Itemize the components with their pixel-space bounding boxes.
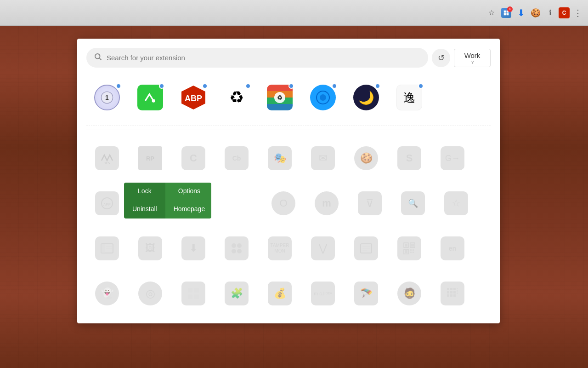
svg-point-9 [152,99,155,103]
svg-rect-57 [453,294,456,297]
wysiwyg-icon [137,85,163,110]
active-extensions-row: 1 [86,77,491,126]
s-icon: S [397,146,421,170]
svg-rect-3 [507,13,509,15]
reset-button[interactable]: ↺ [432,49,450,67]
svg-rect-48 [194,294,199,299]
ext-item-dots[interactable] [216,228,257,269]
bookmark-icon[interactable]: ☆ [485,6,498,19]
svg-rect-41 [410,249,412,251]
ext-item-tamper[interactable]: TAMPERMON [259,228,300,269]
1password-icon: 1 [94,85,120,110]
ext-item-chinese[interactable]: 逸 [389,77,430,118]
work-filter-button[interactable]: Work ∨ [454,49,491,67]
ext-item-vue[interactable]: ⋁ [302,228,344,269]
svg-rect-24 [101,244,105,253]
svg-point-28 [237,243,242,248]
ext-item-gray-m[interactable]: m [306,183,347,224]
svg-rect-52 [447,291,449,293]
parachute-icon: 🪂 [354,282,378,305]
svg-rect-38 [411,244,414,247]
ext-item-gray-git[interactable]: APP [86,183,128,224]
ext-item-parachute[interactable]: 🪂 [345,273,387,314]
work-label: Work [464,52,481,59]
download-icon[interactable]: ⬇ [514,6,527,19]
extension-manager-button[interactable]: 1 [500,6,513,19]
ext-item-gray-wave[interactable]: DEV [86,138,128,179]
ext-item-grid[interactable] [432,273,473,314]
funnel-icon: ⊽ [358,191,382,215]
ext-item-circle[interactable]: ◎ [130,273,171,314]
ext-item-gray-mail[interactable]: ✉ [302,138,344,179]
ext-item-ghost[interactable]: 👻 [86,273,128,314]
info-icon[interactable]: ℹ [544,6,557,19]
moneybag-icon: 💰 [268,282,292,305]
ext-item-sidebar[interactable] [86,228,128,269]
gray-row-1: DEV RP C Cb 🎭 ✉ 🍪 S [86,138,491,179]
ext-item-gray-rp[interactable]: RP [130,138,171,179]
svg-rect-45 [188,288,192,293]
svg-point-27 [232,243,236,248]
svg-rect-40 [405,250,407,253]
ext-item-moneybag[interactable]: 💰 [259,273,300,314]
svg-point-4 [95,54,100,59]
search-area: ↺ Work ∨ [86,48,491,68]
ext-item-squares[interactable] [173,273,214,314]
sidebar-icon [95,236,119,260]
ext-item-darkmode[interactable]: 🌙 [345,77,387,118]
ext-item-face[interactable]: 🧔 [389,273,430,314]
search-input[interactable] [107,54,421,62]
cookie-icon[interactable]: 🍪 [529,6,542,19]
ext-item-recycle[interactable]: ♻ [216,77,257,118]
dots-icon [225,236,249,260]
ext-item-gray-cookie[interactable]: 🍪 [345,138,387,179]
ext-item-mercury[interactable] [302,77,344,118]
star-box-icon: ☆ [444,191,468,215]
ext-item-gray-translate[interactable]: G→ [432,138,473,179]
svg-rect-54 [453,291,456,293]
ext-item-pocket[interactable]: ⬇ [173,228,214,269]
ext-item-en[interactable]: en [432,228,473,269]
ext-item-qr[interactable] [389,228,430,269]
ext-item-puzzle[interactable]: 🧩 [216,273,257,314]
qr-icon [397,236,421,260]
vue-icon: ⋁ [311,236,335,260]
ext-item-wysiwyg[interactable] [130,77,171,118]
ext-item-gray-funnel[interactable]: ⊽ [349,183,390,224]
svg-text:♻: ♻ [277,94,283,101]
active-indicator [116,83,121,89]
ext-item-gray-faces[interactable]: 🎭 [259,138,300,179]
ext-item-mcli[interactable]: m c.liDEV [302,273,344,314]
ext-item-gray-cb[interactable]: Cb [216,138,257,179]
context-uninstall-button[interactable]: Uninstall [124,201,165,218]
ext-item-gray-search[interactable]: 🔍 [392,183,434,224]
crimson-extension-icon[interactable]: C [559,7,570,18]
search-icon [94,52,102,63]
svg-text:DEV: DEV [104,161,111,165]
inactive-extensions-rows: DEV RP C Cb 🎭 ✉ 🍪 S [86,138,491,314]
extension-manager-popup: ↺ Work ∨ 1 [77,39,500,323]
ext-item-1password[interactable]: 1 [86,77,128,118]
ext-item-image[interactable]: 🖼 [130,228,171,269]
cb-icon: Cb [225,146,249,170]
svg-rect-55 [447,294,449,297]
svg-point-29 [232,249,236,253]
ghost-icon: 👻 [95,282,119,305]
pocket-icon: ⬇ [181,236,205,260]
context-options-button[interactable]: Options [165,183,211,201]
context-homepage-button[interactable]: Homepage [165,201,211,218]
ext-item-gray-opera[interactable]: O [263,183,304,224]
ext-item-gray-s[interactable]: S [389,138,430,179]
context-lock-button[interactable]: Lock [124,183,165,201]
en-icon: en [441,236,464,260]
ext-item-compress[interactable]: ♻ [259,77,300,118]
reader-icon [354,236,378,260]
context-menu: Lock Options Uninstall Homepage [124,183,211,218]
ext-item-reader[interactable] [345,228,387,269]
chrome-menu-icon[interactable]: ⋮ [571,6,584,19]
svg-rect-44 [413,252,414,253]
git-icon: APP [95,191,119,215]
ext-item-adblock[interactable]: ABP [173,77,214,118]
ext-item-gray-c[interactable]: C [173,138,214,179]
ext-item-gray-star[interactable]: ☆ [435,183,477,224]
